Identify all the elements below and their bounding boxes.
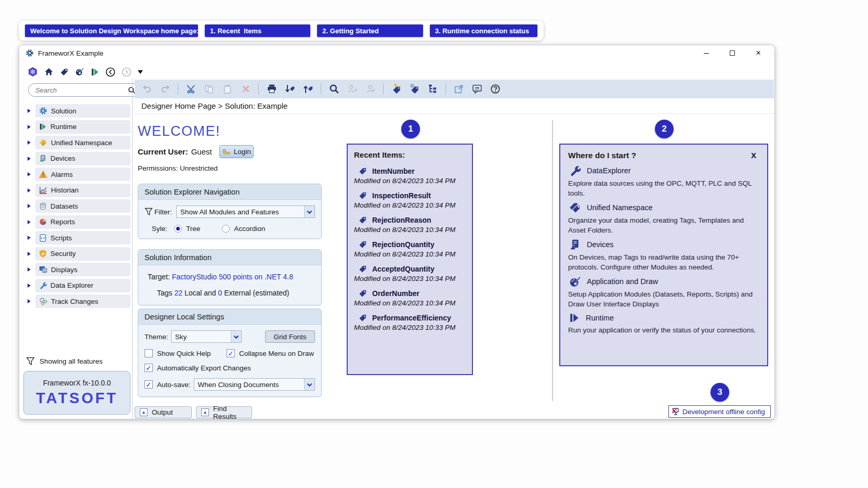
banner-recent-items-button[interactable]: 1. Recent Items: [205, 24, 310, 37]
tree-view-icon[interactable]: [426, 82, 440, 96]
export-tags-icon[interactable]: [301, 82, 315, 96]
autosave-checkbox[interactable]: ✓: [144, 380, 153, 389]
print-icon[interactable]: [265, 82, 279, 96]
recent-item[interactable]: OrderNumber Modified on 8/24/2023 10:34 …: [354, 289, 466, 307]
close-button[interactable]: ×: [745, 46, 771, 60]
output-button[interactable]: ▲ Output: [135, 406, 192, 418]
sidebar-item-data-explorer-pill[interactable]: Data Explorer: [35, 279, 130, 292]
expand-caret-icon[interactable]: [28, 188, 31, 192]
expand-caret-icon[interactable]: [28, 157, 31, 161]
banner-getting-started-button[interactable]: 2. Getting Started: [317, 24, 423, 37]
filter-funnel-icon[interactable]: [26, 357, 35, 366]
recent-items-panel: Recent Items: ItemNumber Modified on 8/2…: [347, 144, 473, 375]
gear-icon: [39, 107, 47, 115]
recent-item[interactable]: AcceptedQuantity Modified on 8/24/2023 1…: [354, 265, 466, 282]
search-input[interactable]: [35, 86, 128, 94]
expand-caret-icon[interactable]: [28, 299, 31, 303]
sidebar-item-runtime-pill[interactable]: Runtime: [35, 120, 130, 134]
redo-icon[interactable]: [158, 82, 172, 96]
draw-palette-icon[interactable]: [75, 67, 84, 76]
expand-caret-icon[interactable]: [28, 172, 31, 176]
sidebar-item-datasets: Datasets: [23, 199, 130, 213]
tags-line: Tags 22 Local and 0 External (estimated): [157, 289, 315, 297]
recent-item-name: OrderNumber: [372, 289, 419, 298]
maximize-button[interactable]: [719, 46, 745, 60]
start-item-application-and-draw[interactable]: Application and Draw Setup Application M…: [568, 276, 759, 309]
banner-welcome-button[interactable]: Welcome to Solution Design Workspace hom…: [25, 24, 198, 37]
accordion-radio[interactable]: [222, 225, 230, 233]
copy-icon[interactable]: [202, 82, 216, 96]
tag-icon[interactable]: [60, 68, 69, 76]
autosave-select[interactable]: When Closing Documents: [194, 378, 315, 391]
recent-item[interactable]: ItemNumber Modified on 8/24/2023 10:34 P…: [354, 167, 466, 185]
sidebar-item-datasets-pill[interactable]: Datasets: [35, 199, 130, 213]
expand-caret-icon[interactable]: [28, 140, 31, 145]
sidebar-item-historian-pill[interactable]: Historian: [35, 184, 130, 197]
start-item-unified-namespace[interactable]: Unified Namespace Organize your data mod…: [568, 202, 759, 235]
add-tag-icon[interactable]: [389, 82, 403, 96]
tags-external-count: 0: [218, 289, 222, 297]
show-quick-help-checkbox[interactable]: [144, 349, 153, 357]
recent-item[interactable]: InspectionResult Modified on 8/24/2023 1…: [354, 191, 466, 209]
expand-caret-icon[interactable]: [28, 267, 31, 272]
expand-caret-icon[interactable]: [28, 125, 31, 129]
start-item-runtime[interactable]: Runtime Run your application or verify t…: [568, 313, 759, 335]
sidebar-item-security-pill[interactable]: Security: [35, 247, 130, 261]
development-offline-config[interactable]: Development offline config: [668, 405, 771, 418]
sidebar-item-scripts-pill[interactable]: Scripts: [35, 231, 130, 245]
filter-select[interactable]: Show All Modules and Features: [176, 206, 315, 218]
device-icon: [39, 155, 47, 162]
user-prev-icon[interactable]: [363, 82, 377, 96]
start-item-devices[interactable]: Devices On Devices, map Tags to read/wri…: [568, 239, 759, 272]
auto-export-checkbox[interactable]: ✓: [144, 364, 153, 372]
logo-cube-icon[interactable]: [28, 67, 38, 77]
recent-item[interactable]: RejectionQuantity Modified on 8/24/2023 …: [354, 240, 466, 258]
theme-select[interactable]: Sky: [171, 330, 242, 343]
open-external-icon[interactable]: [452, 82, 466, 96]
explorer-navigation-panel: Solution Explorer Navigation Filter: Sho…: [138, 184, 322, 239]
sidebar-item-devices-pill[interactable]: Devices: [35, 152, 130, 165]
paste-icon[interactable]: [220, 82, 234, 96]
sidebar-item-reports-pill[interactable]: Reports: [35, 215, 130, 229]
find-results-button[interactable]: ▲ Find Results: [196, 406, 252, 418]
tag-settings-icon[interactable]: [407, 82, 422, 96]
expand-caret-icon[interactable]: [28, 204, 31, 208]
sidebar-item-unified-namespace-pill[interactable]: Unified Namespace: [35, 136, 130, 149]
user-next-icon[interactable]: [345, 82, 359, 96]
expand-caret-icon[interactable]: [28, 109, 31, 113]
sidebar-item-unified-namespace: Unified Namespace: [23, 136, 130, 149]
expand-caret-icon[interactable]: [28, 220, 31, 224]
sidebar-item-alarms-pill[interactable]: Alarms: [35, 168, 130, 181]
tree-radio[interactable]: [174, 225, 182, 233]
dev-config-label: Development offline config: [682, 408, 765, 416]
collapse-menu-checkbox[interactable]: ✓: [227, 349, 235, 357]
close-panel-button[interactable]: X: [748, 150, 759, 161]
sidebar-item-solution-pill[interactable]: Solution: [35, 104, 130, 118]
history-dropdown-icon[interactable]: [138, 70, 143, 74]
banner-runtime-status-button[interactable]: 3. Runtime connection status: [430, 24, 537, 37]
find-icon[interactable]: [327, 82, 341, 96]
import-tags-icon[interactable]: [283, 82, 297, 96]
delete-icon[interactable]: [239, 82, 253, 96]
home-icon[interactable]: [44, 67, 54, 76]
expand-caret-icon[interactable]: [28, 236, 31, 240]
expand-caret-icon[interactable]: [28, 252, 31, 256]
sidebar-item-track-changes-pill[interactable]: Track Changes: [35, 294, 130, 308]
minimize-button[interactable]: –: [693, 46, 719, 60]
navigate-forward-icon[interactable]: [122, 67, 131, 77]
navigate-back-icon[interactable]: [106, 67, 115, 77]
grid-fonts-button[interactable]: Grid Fonts: [265, 330, 315, 343]
login-button[interactable]: Login: [219, 145, 254, 158]
sidebar-item-label: Runtime: [50, 123, 76, 131]
start-item-dataexplorer[interactable]: DataExplorer Explore data sources using …: [568, 165, 759, 198]
cut-icon[interactable]: [184, 82, 198, 96]
recent-item[interactable]: RejectionReason Modified on 8/24/2023 10…: [354, 216, 466, 234]
comments-icon[interactable]: [470, 82, 484, 96]
undo-icon[interactable]: [140, 82, 154, 96]
recent-item[interactable]: PerformanceEfficiency Modified on 8/24/2…: [354, 314, 466, 331]
search-box[interactable]: [28, 83, 141, 97]
expand-caret-icon[interactable]: [28, 284, 31, 288]
runtime-play-icon[interactable]: [90, 68, 99, 76]
help-icon[interactable]: [488, 82, 502, 96]
sidebar-item-displays-pill[interactable]: Displays: [35, 263, 130, 276]
